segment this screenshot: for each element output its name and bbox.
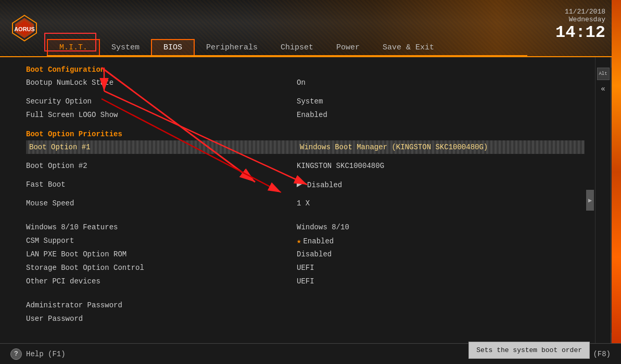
- boot-option-1-label: Boot Option #1: [29, 143, 300, 151]
- bootup-numlock-value: On: [297, 79, 306, 87]
- chevrons-button[interactable]: «: [601, 85, 605, 93]
- left-sidebar: [0, 57, 16, 343]
- setting-lan-pxe[interactable]: LAN PXE Boot Option ROM Disabled: [26, 248, 585, 261]
- tab-system[interactable]: System: [100, 40, 151, 56]
- spacer-9: [26, 293, 585, 298]
- boot-config-section-title: Boot Configuration: [26, 66, 585, 74]
- tab-mit[interactable]: M.I.T.: [47, 39, 100, 56]
- setting-win810[interactable]: Windows 8/10 Features Windows 8/10: [26, 220, 585, 234]
- time-display: 14:12: [555, 23, 605, 42]
- tab-power[interactable]: Power: [325, 40, 371, 56]
- header: AORUS M.I.T. System BIOS Peripherals Chi…: [0, 0, 621, 57]
- setting-admin-password[interactable]: Administrator Password: [26, 298, 585, 312]
- setting-boot-option-1[interactable]: Boot Option #1 Windows Boot Manager (KIN…: [26, 140, 585, 154]
- fast-boot-value: Disabled: [297, 180, 342, 189]
- side-expand-tab[interactable]: ▶: [586, 190, 594, 211]
- win810-value: Windows 8/10: [297, 223, 349, 231]
- setting-security-option[interactable]: Security Option System: [26, 95, 585, 108]
- lan-pxe-value: Disabled: [297, 250, 332, 258]
- setting-logo-show[interactable]: Full Screen LOGO Show Enabled: [26, 108, 585, 122]
- setting-other-pci[interactable]: Other PCI devices UEFI: [26, 275, 585, 288]
- help-icon[interactable]: ?: [10, 348, 22, 360]
- security-option-value: System: [297, 97, 323, 106]
- mouse-speed-value: 1 X: [297, 199, 310, 207]
- spacer-8: [26, 288, 585, 293]
- aorus-logo-icon: AORUS: [10, 14, 39, 43]
- spacer-1: [26, 89, 585, 95]
- csm-support-label: CSM Support: [26, 237, 297, 245]
- tab-bios[interactable]: BIOS: [151, 39, 195, 56]
- boot-option-2-label: Boot Option #2: [26, 162, 297, 170]
- bootup-numlock-label: Bootup NumLock State: [26, 79, 297, 87]
- setting-fast-boot[interactable]: Fast Boot Disabled: [26, 178, 585, 191]
- setting-bootup-numlock[interactable]: Bootup NumLock State On: [26, 76, 585, 89]
- triangle-pointer-icon: [297, 180, 303, 187]
- logo-show-value: Enabled: [297, 111, 327, 119]
- datetime: 11/21/2018 Wednesday 14:12: [555, 8, 605, 42]
- tab-chipset[interactable]: Chipset: [269, 40, 325, 56]
- admin-password-label: Administrator Password: [26, 301, 297, 309]
- setting-user-password[interactable]: User Password: [26, 312, 585, 326]
- setting-boot-option-2[interactable]: Boot Option #2 KINGSTON SKC1000480G: [26, 159, 585, 173]
- tab-peripherals[interactable]: Peripherals: [195, 40, 269, 56]
- security-option-label: Security Option: [26, 97, 297, 106]
- spacer-7: [26, 215, 585, 220]
- other-pci-value: UEFI: [297, 277, 314, 285]
- csm-support-value: ★Enabled: [297, 237, 334, 245]
- tooltip-box: Sets the system boot order: [468, 342, 590, 359]
- spacer-2: [26, 122, 585, 127]
- spacer-4: [26, 173, 585, 178]
- side-panel: Alt «: [595, 57, 611, 343]
- setting-mouse-speed[interactable]: Mouse Speed 1 X: [26, 197, 585, 210]
- help-label: Help (F1): [26, 350, 66, 358]
- date-display: 11/21/2018 Wednesday: [555, 8, 605, 23]
- logo-show-label: Full Screen LOGO Show: [26, 111, 297, 119]
- mouse-speed-label: Mouse Speed: [26, 199, 297, 207]
- setting-csm-support[interactable]: CSM Support ★Enabled: [26, 234, 585, 248]
- fast-boot-label: Fast Boot: [26, 180, 297, 189]
- boot-option-2-value: KINGSTON SKC1000480G: [297, 162, 384, 170]
- tab-save-exit[interactable]: Save & Exit: [371, 40, 446, 56]
- logo-area: AORUS: [10, 14, 39, 43]
- main-content: Boot Configuration Bootup NumLock State …: [0, 57, 621, 343]
- boot-option-1-value: Windows Boot Manager (KINGSTON SKC100048…: [300, 143, 488, 151]
- win810-label: Windows 8/10 Features: [26, 223, 297, 231]
- boot-option-priorities-title: Boot Option Priorities: [26, 130, 585, 138]
- storage-boot-value: UEFI: [297, 264, 314, 272]
- setting-storage-boot[interactable]: Storage Boot Option Control UEFI: [26, 261, 585, 275]
- alt-button[interactable]: Alt: [597, 68, 610, 80]
- content-area: Boot Configuration Bootup NumLock State …: [16, 57, 595, 343]
- lan-pxe-label: LAN PXE Boot Option ROM: [26, 250, 297, 258]
- footer-left: ? Help (F1): [10, 348, 66, 360]
- right-orange-bar: [612, 0, 621, 343]
- other-pci-label: Other PCI devices: [26, 277, 297, 285]
- spacer-5: [26, 191, 585, 197]
- spacer-6: [26, 210, 585, 215]
- user-password-label: User Password: [26, 315, 297, 323]
- svg-text:AORUS: AORUS: [14, 26, 35, 32]
- spacer-3: [26, 154, 585, 159]
- star-icon: ★: [297, 237, 301, 245]
- storage-boot-label: Storage Boot Option Control: [26, 264, 297, 272]
- nav-tabs: M.I.T. System BIOS Peripherals Chipset P…: [47, 39, 527, 56]
